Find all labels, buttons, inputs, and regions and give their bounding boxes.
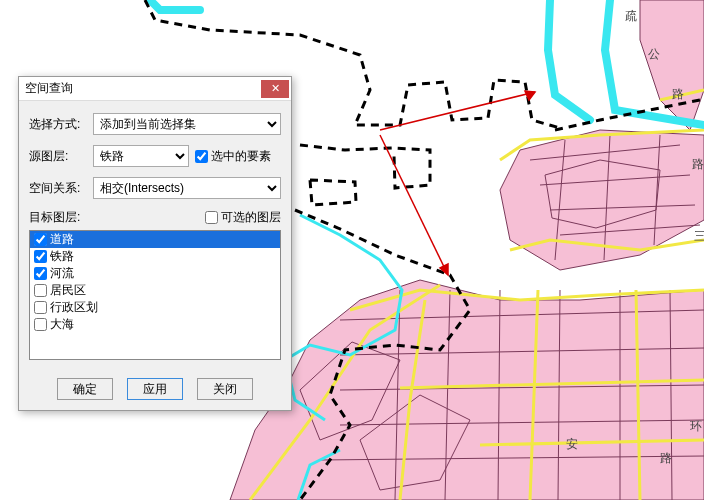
- dialog-titlebar[interactable]: 空间查询 ✕: [19, 77, 291, 101]
- layer-checkbox[interactable]: [34, 250, 47, 263]
- layer-checkbox[interactable]: [34, 301, 47, 314]
- layer-checkbox[interactable]: [34, 318, 47, 331]
- target-layer-listbox[interactable]: 道路 铁路 河流 居民区 行政区划 大海: [29, 230, 281, 360]
- layer-label: 大海: [50, 316, 74, 333]
- layer-label: 行政区划: [50, 299, 98, 316]
- selected-features-checkbox[interactable]: [195, 150, 208, 163]
- road-label: 路: [692, 157, 704, 171]
- close-icon[interactable]: ✕: [261, 80, 289, 98]
- layer-label: 居民区: [50, 282, 86, 299]
- select-mode-label: 选择方式:: [29, 116, 87, 133]
- list-item[interactable]: 道路: [30, 231, 280, 248]
- layer-label: 道路: [50, 231, 74, 248]
- road-label: 公: [648, 47, 660, 61]
- layer-checkbox[interactable]: [34, 267, 47, 280]
- target-layer-label: 目标图层:: [29, 209, 80, 226]
- road-label: 三: [694, 229, 704, 243]
- list-item[interactable]: 行政区划: [30, 299, 280, 316]
- layer-label: 铁路: [50, 248, 74, 265]
- dialog-title: 空间查询: [25, 80, 261, 97]
- spatial-relation-label: 空间关系:: [29, 180, 87, 197]
- road-label: 路: [672, 87, 684, 101]
- road-label: 疏: [625, 9, 637, 23]
- road-label: 路: [660, 451, 672, 465]
- list-item[interactable]: 铁路: [30, 248, 280, 265]
- selected-features-label: 选中的要素: [211, 148, 271, 165]
- ok-button[interactable]: 确定: [57, 378, 113, 400]
- layer-checkbox[interactable]: [34, 284, 47, 297]
- close-button[interactable]: 关闭: [197, 378, 253, 400]
- list-item[interactable]: 河流: [30, 265, 280, 282]
- apply-button[interactable]: 应用: [127, 378, 183, 400]
- spatial-relation-dropdown[interactable]: 相交(Intersects): [93, 177, 281, 199]
- list-item[interactable]: 大海: [30, 316, 280, 333]
- selectable-layers-checkbox[interactable]: [205, 211, 218, 224]
- list-item[interactable]: 居民区: [30, 282, 280, 299]
- source-layer-label: 源图层:: [29, 148, 87, 165]
- road-label: 安: [566, 437, 578, 451]
- spatial-query-dialog: 空间查询 ✕ 选择方式: 添加到当前选择集 源图层: 铁路 选中的要素 空间关系…: [18, 76, 292, 411]
- layer-checkbox[interactable]: [34, 233, 47, 246]
- select-mode-dropdown[interactable]: 添加到当前选择集: [93, 113, 281, 135]
- layer-label: 河流: [50, 265, 74, 282]
- road-label: 环: [690, 419, 702, 433]
- source-layer-dropdown[interactable]: 铁路: [93, 145, 189, 167]
- selectable-layers-label: 可选的图层: [221, 209, 281, 226]
